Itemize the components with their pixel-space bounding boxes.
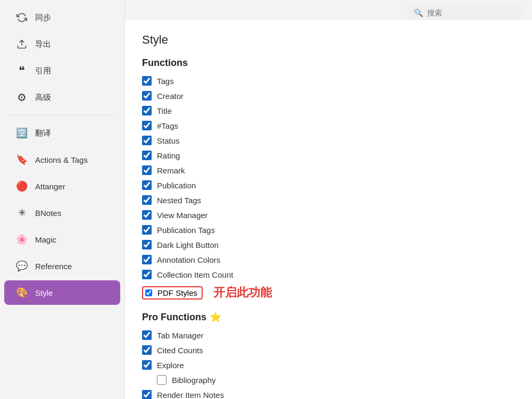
checkbox-tags[interactable] [142, 76, 152, 86]
checkbox-publication[interactable] [142, 180, 152, 190]
pro-checkbox-label-tab-manager: Tab Manager [157, 331, 204, 340]
checkbox-status[interactable] [142, 136, 152, 145]
checkbox-item-hashtags: #Tags [142, 121, 515, 130]
checkbox-item-view-manager: View Manager [142, 210, 515, 220]
checkbox-item-nested-tags: Nested Tags [142, 195, 515, 205]
functions-title: Functions [142, 57, 515, 69]
sidebar-item-translate[interactable]: 🈳翻译 [4, 121, 120, 145]
checkbox-pdf-styles[interactable] [145, 289, 152, 296]
citation-label: 引用 [35, 66, 51, 76]
sync-icon [15, 11, 29, 24]
checkbox-item-tags: Tags [142, 76, 515, 86]
pro-checkbox-label-cited-counts: Cited Counts [157, 346, 203, 355]
main-content: Style Functions TagsCreatorTitle#TagsSta… [125, 20, 532, 399]
checkbox-label-hashtags: #Tags [157, 121, 178, 130]
sidebar-divider [9, 115, 116, 115]
sidebar-item-sync[interactable]: 同步 [4, 5, 120, 30]
citation-icon: ❝ [15, 64, 29, 78]
bnotes-icon: ✳ [15, 206, 29, 220]
checkbox-label-dark-light-button: Dark Light Button [157, 240, 219, 250]
sidebar-item-export[interactable]: 导出 [4, 32, 120, 56]
checkbox-item-title: Title [142, 106, 515, 115]
checkbox-label-remark: Remark [157, 166, 185, 175]
search-input[interactable] [427, 9, 516, 17]
advanced-label: 高级 [35, 93, 51, 103]
pro-functions-section: Pro Functions ⭐ Tab ManagerCited CountsE… [142, 311, 515, 399]
checkbox-label-status: Status [157, 136, 180, 145]
sidebar: 同步导出❝引用⚙高级🈳翻译🔖Actions & Tags🔴Attanger✳BN… [0, 0, 125, 399]
reference-label: Reference [35, 262, 72, 271]
sidebar-item-magic[interactable]: 🌸Magic [4, 227, 120, 252]
pro-checkbox-cited-counts[interactable] [142, 345, 152, 355]
checkbox-creator[interactable] [142, 91, 152, 101]
sidebar-item-advanced[interactable]: ⚙高级 [4, 85, 120, 110]
checkbox-item-collection-item-count: Collection Item Count [142, 270, 515, 279]
checkbox-label-annotation-colors: Annotation Colors [157, 255, 220, 264]
functions-list: TagsCreatorTitle#TagsStatusRatingRemarkP… [142, 76, 515, 301]
checkbox-label-publication: Publication [157, 181, 196, 190]
checkbox-hashtags[interactable] [142, 121, 152, 130]
pro-checkbox-item-tab-manager: Tab Manager [142, 330, 515, 340]
pro-checkbox-tab-manager[interactable] [142, 330, 152, 340]
sidebar-item-bnotes[interactable]: ✳BNotes [4, 201, 120, 225]
checkbox-view-manager[interactable] [142, 210, 152, 220]
reference-icon: 💬 [15, 259, 29, 273]
pro-checkbox-render-item-notes[interactable] [142, 390, 152, 399]
pro-checkbox-explore[interactable] [142, 360, 152, 370]
checkbox-rating[interactable] [142, 151, 152, 160]
pro-checkbox-label-render-item-notes: Render Item Notes [157, 390, 224, 400]
pdf-styles-highlight-box: PDF Styles [142, 286, 203, 300]
sync-label: 同步 [35, 13, 51, 23]
checkbox-item-annotation-colors: Annotation Colors [142, 255, 515, 264]
attanger-icon: 🔴 [15, 179, 29, 193]
checkbox-item-rating: Rating [142, 151, 515, 160]
checkbox-title[interactable] [142, 106, 152, 115]
star-icon: ⭐ [210, 311, 221, 323]
pro-checkbox-bibliography[interactable] [157, 375, 167, 385]
checkbox-label-pdf-styles: PDF Styles [157, 288, 197, 297]
page-title: Style [142, 33, 515, 47]
style-label: Style [35, 288, 53, 297]
export-label: 导出 [35, 39, 51, 49]
pro-checkbox-item-render-item-notes: Render Item Notes [142, 390, 515, 399]
pro-checkbox-label-bibliography: Bibliography [172, 376, 216, 385]
actions-tags-icon: 🔖 [15, 153, 29, 167]
checkbox-item-publication-tags: Publication Tags [142, 225, 515, 235]
export-icon [15, 37, 29, 51]
checkbox-label-creator: Creator [157, 92, 184, 101]
checkbox-collection-item-count[interactable] [142, 270, 152, 279]
checkbox-item-remark: Remark [142, 165, 515, 175]
search-bar[interactable]: 🔍 [406, 5, 523, 20]
checkbox-item-creator: Creator [142, 91, 515, 101]
top-bar: 🔍 [125, 0, 532, 20]
checkbox-label-title: Title [157, 106, 172, 115]
enable-label: 开启此功能 [213, 285, 272, 301]
checkbox-label-view-manager: View Manager [157, 211, 208, 220]
sidebar-item-reference[interactable]: 💬Reference [4, 254, 120, 278]
checkbox-remark[interactable] [142, 165, 152, 175]
checkbox-label-publication-tags: Publication Tags [157, 226, 215, 235]
checkbox-item-publication: Publication [142, 180, 515, 190]
checkbox-item-dark-light-button: Dark Light Button [142, 240, 515, 250]
bnotes-label: BNotes [35, 209, 61, 218]
search-icon: 🔍 [414, 9, 423, 17]
sidebar-item-actions-tags[interactable]: 🔖Actions & Tags [4, 147, 120, 172]
checkbox-nested-tags[interactable] [142, 195, 152, 205]
magic-icon: 🌸 [15, 232, 29, 246]
pro-functions-list: Tab ManagerCited CountsExploreBibliograp… [142, 330, 515, 399]
checkbox-label-rating: Rating [157, 151, 180, 160]
checkbox-item-status: Status [142, 136, 515, 145]
sidebar-item-attanger[interactable]: 🔴Attanger [4, 174, 120, 198]
advanced-icon: ⚙ [15, 90, 29, 104]
main-layout: 🔍 Style Functions TagsCreatorTitle#TagsS… [125, 0, 532, 399]
checkbox-annotation-colors[interactable] [142, 255, 152, 264]
sidebar-item-citation[interactable]: ❝引用 [4, 59, 120, 83]
attanger-label: Attanger [35, 182, 65, 191]
checkbox-publication-tags[interactable] [142, 225, 152, 235]
sidebar-item-style[interactable]: 🎨Style [4, 280, 120, 305]
checkbox-dark-light-button[interactable] [142, 240, 152, 250]
pro-functions-title: Pro Functions ⭐ [142, 311, 515, 323]
magic-label: Magic [35, 235, 56, 244]
pro-checkbox-item-bibliography: Bibliography [157, 375, 515, 385]
style-icon: 🎨 [15, 286, 29, 300]
